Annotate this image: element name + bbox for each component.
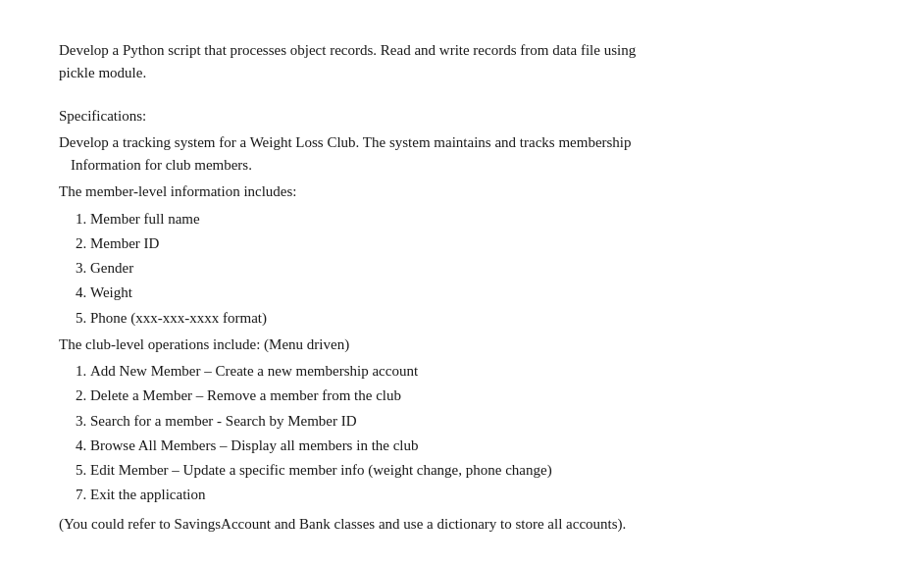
footer-note: (You could refer to SavingsAccount and B… [59, 513, 865, 536]
spec-heading: Specifications: [59, 105, 865, 128]
spec-para3: The club-level operations include: (Menu… [59, 334, 865, 356]
intro-line2: pickle module. [59, 65, 146, 80]
member-info-list: Member full name Member ID Gender Weight… [90, 208, 865, 330]
list-item: Delete a Member – Remove a member from t… [90, 385, 865, 407]
list-item: Search for a member - Search by Member I… [90, 410, 865, 433]
list-item: Add New Member – Create a new membership… [90, 360, 865, 383]
spec-body: Develop a tracking system for a Weight L… [59, 131, 865, 536]
list-item: Weight [90, 282, 865, 304]
operations-list: Add New Member – Create a new membership… [90, 360, 865, 507]
list-item: Browse All Members – Display all members… [90, 435, 865, 457]
specifications-section: Specifications: Develop a tracking syste… [59, 105, 865, 536]
spec-para2: The member-level information includes: [59, 180, 865, 203]
list-item: Gender [90, 257, 865, 280]
spec-para1: Develop a tracking system for a Weight L… [59, 131, 865, 178]
list-item: Edit Member – Update a specific member i… [90, 459, 865, 482]
list-item: Member full name [90, 208, 865, 231]
intro-paragraph: Develop a Python script that processes o… [59, 39, 865, 85]
list-item: Member ID [90, 232, 865, 255]
list-item: Phone (xxx-xxx-xxxx format) [90, 307, 865, 330]
intro-line1: Develop a Python script that processes o… [59, 42, 636, 58]
list-item: Exit the application [90, 484, 865, 506]
